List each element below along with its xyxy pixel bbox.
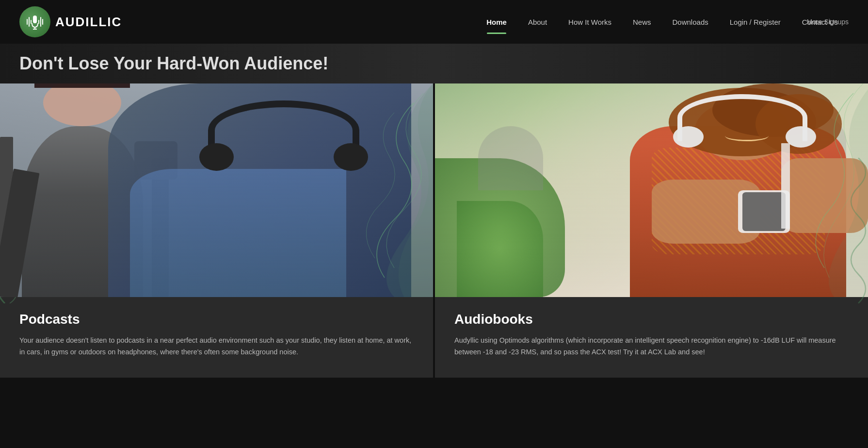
nav-item-downloads[interactable]: Downloads xyxy=(662,13,719,31)
nav-link-downloads[interactable]: Downloads xyxy=(662,13,719,31)
nav-link-about[interactable]: About xyxy=(517,13,558,31)
audiobook-bg-image xyxy=(435,83,868,297)
podcast-card: Podcasts Your audience doesn't listen to… xyxy=(0,83,433,378)
audiobook-title: Audiobooks xyxy=(454,312,849,327)
more-signup-text: More Signups xyxy=(807,18,849,26)
audiobook-wave-svg xyxy=(776,83,868,297)
hero-banner: Don't Lose Your Hard-Won Audience! xyxy=(0,44,868,83)
nav-link-home[interactable]: Home xyxy=(476,13,517,31)
audiobook-card: Audiobooks Audyllic using Optimods algor… xyxy=(433,83,868,378)
podcast-image xyxy=(0,83,433,297)
main-content: Podcasts Your audience doesn't listen to… xyxy=(0,83,868,378)
nav-item-about[interactable]: About xyxy=(517,13,558,31)
podcast-bg-image xyxy=(0,83,433,297)
podcast-title: Podcasts xyxy=(19,312,414,327)
podcast-wave-svg xyxy=(297,83,433,297)
logo-text: AUDILLIC xyxy=(55,15,122,30)
cards-row: Podcasts Your audience doesn't listen to… xyxy=(0,83,868,378)
nav-link-how-it-works[interactable]: How It Works xyxy=(558,13,622,31)
nav-item-how-it-works[interactable]: How It Works xyxy=(558,13,622,31)
nav-link-login[interactable]: Login / Register xyxy=(719,13,791,31)
nav-link-news[interactable]: News xyxy=(622,13,662,31)
nav-item-home[interactable]: Home xyxy=(476,13,517,31)
svg-rect-3 xyxy=(33,16,37,23)
podcast-description: Your audience doesn't listen to podcasts… xyxy=(19,335,414,358)
logo[interactable]: AUDILLIC xyxy=(19,6,122,37)
navigation: AUDILLIC Home About How It Works News Do… xyxy=(0,0,868,44)
nav-item-login[interactable]: Login / Register xyxy=(719,13,791,31)
nav-item-news[interactable]: News xyxy=(622,13,662,31)
podcast-card-content: Podcasts Your audience doesn't listen to… xyxy=(0,297,433,378)
mic-icon xyxy=(26,13,44,31)
audiobook-image xyxy=(435,83,868,297)
logo-icon xyxy=(19,6,50,37)
nav-links: Home About How It Works News Downloads L… xyxy=(476,13,849,31)
hero-title: Don't Lose Your Hard-Won Audience! xyxy=(19,53,328,74)
audiobook-card-content: Audiobooks Audyllic using Optimods algor… xyxy=(435,297,868,378)
audiobook-description: Audyllic using Optimods algorithms (whic… xyxy=(454,335,849,358)
